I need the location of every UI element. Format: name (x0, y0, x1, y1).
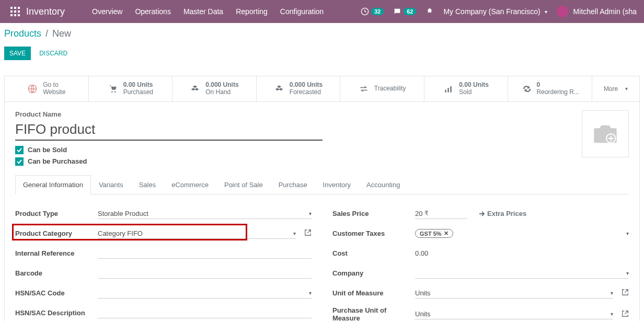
internal-reference-input[interactable] (98, 248, 312, 259)
nav-operations[interactable]: Operations (129, 0, 177, 23)
notebook-tabs: General Information Variants Sales eComm… (15, 175, 629, 194)
purchase-uom-select[interactable]: Units▾ (415, 309, 613, 319)
tab-general-information[interactable]: General Information (15, 175, 91, 194)
purchase-uom-label: Purchase Unit of Measure (332, 306, 410, 321)
svg-rect-5 (18, 10, 20, 13)
product-name-input[interactable] (15, 120, 323, 141)
boxes-icon (274, 84, 284, 94)
customer-taxes-input[interactable]: GST 5%✕ ▾ (415, 228, 629, 239)
hsn-code-input[interactable]: ▾ (98, 288, 312, 299)
stat-label: Traceability (374, 85, 406, 93)
tax-tag[interactable]: GST 5%✕ (415, 229, 453, 238)
svg-rect-0 (10, 7, 13, 9)
external-link-icon[interactable] (622, 310, 629, 319)
svg-rect-3 (10, 10, 13, 13)
tab-purchase[interactable]: Purchase (271, 175, 315, 194)
stat-label: Reordering R... (537, 89, 579, 96)
activity-indicator[interactable]: 32 (358, 0, 387, 23)
barcode-input[interactable] (98, 268, 312, 279)
stat-purchased[interactable]: 0.00 UnitsPurchased (89, 76, 173, 101)
svg-rect-2 (18, 7, 20, 9)
cost-label: Cost (332, 249, 410, 257)
sales-price-label: Sales Price (332, 210, 410, 217)
svg-point-12 (114, 91, 116, 93)
breadcrumb-separator: / (45, 28, 48, 39)
checkbox-label: Can be Sold (28, 146, 67, 154)
stat-label: Website (43, 89, 65, 96)
tab-ecommerce[interactable]: eCommerce (164, 175, 216, 194)
messaging-indicator[interactable]: 62 (390, 0, 419, 23)
hsn-description-label: HSN/SAC Description (15, 309, 93, 317)
debug-icon[interactable] (422, 0, 437, 23)
stat-sold[interactable]: 0.00 UnitsSold (424, 76, 509, 101)
sales-price-input[interactable]: 20₹ (415, 209, 467, 219)
svg-rect-13 (445, 89, 447, 92)
external-link-icon[interactable] (622, 289, 629, 297)
stat-traceability[interactable]: Traceability (340, 76, 424, 101)
svg-point-11 (111, 91, 113, 93)
breadcrumb-current: New (52, 28, 71, 39)
stat-value: 0.000 Units (205, 82, 238, 89)
avatar (557, 6, 568, 17)
save-button[interactable]: SAVE (4, 47, 31, 60)
svg-rect-6 (10, 14, 13, 16)
company-name: My Company (San Francisco) (443, 7, 540, 16)
product-name-label: Product Name (15, 110, 629, 118)
cost-value: 0.00 (415, 248, 629, 259)
can-be-sold-checkbox[interactable]: Can be Sold (15, 146, 629, 154)
can-be-purchased-checkbox[interactable]: Can be Purchased (15, 157, 629, 166)
tab-pos[interactable]: Point of Sale (216, 175, 271, 194)
stat-go-to-website[interactable]: Go toWebsite (5, 76, 89, 101)
svg-rect-1 (14, 7, 16, 9)
exchange-icon (359, 84, 369, 94)
product-category-select[interactable]: Category FIFO▾ (98, 228, 296, 239)
uom-select[interactable]: Units▾ (415, 288, 613, 299)
stat-value: 0 (537, 82, 579, 89)
globe-icon (27, 84, 38, 94)
nav-master-data[interactable]: Master Data (177, 0, 229, 23)
product-type-select[interactable]: Storable Product▾ (98, 209, 312, 219)
discard-button[interactable]: DISCARD (39, 50, 67, 57)
app-title: Inventory (26, 6, 65, 17)
company-select[interactable]: ▾ (415, 268, 629, 279)
checkbox-checked-icon (15, 157, 24, 166)
stat-forecasted[interactable]: 0.000 UnitsForecasted (257, 76, 341, 101)
external-link-icon[interactable] (304, 229, 312, 238)
stat-label: Forecasted (290, 89, 323, 96)
user-menu[interactable]: Mitchell Admin (sha (554, 0, 640, 23)
activity-badge: 32 (371, 8, 384, 15)
nav-reporting[interactable]: Reporting (229, 0, 274, 23)
breadcrumb: Products / New (4, 28, 640, 39)
tab-sales[interactable]: Sales (131, 175, 164, 194)
nav-links: Overview Operations Master Data Reportin… (86, 0, 330, 23)
breadcrumb-products[interactable]: Products (4, 28, 41, 39)
stat-label: Go to (43, 82, 65, 89)
currency-symbol: ₹ (424, 210, 429, 217)
tab-inventory[interactable]: Inventory (315, 175, 359, 194)
user-name: Mitchell Admin (sha (573, 7, 637, 16)
messaging-badge: 62 (404, 8, 416, 15)
stat-reordering[interactable]: 0Reordering R... (508, 76, 592, 101)
stat-on-hand[interactable]: 0.000 UnitsOn Hand (172, 76, 257, 101)
tab-variants[interactable]: Variants (91, 175, 131, 194)
nav-configuration[interactable]: Configuration (274, 0, 330, 23)
apps-icon[interactable] (10, 7, 20, 16)
extra-prices-link[interactable]: Extra Prices (479, 210, 526, 217)
company-label: Company (332, 269, 410, 277)
svg-rect-14 (448, 88, 450, 92)
bar-chart-icon (443, 84, 454, 94)
tag-remove-icon[interactable]: ✕ (444, 230, 448, 237)
nav-overview[interactable]: Overview (86, 0, 129, 23)
tab-accounting[interactable]: Accounting (359, 175, 408, 194)
hsn-description-input[interactable] (98, 308, 312, 318)
company-switcher[interactable]: My Company (San Francisco)▾ (440, 0, 550, 23)
stat-more[interactable]: More▾ (592, 76, 639, 101)
svg-rect-4 (14, 10, 16, 13)
stat-label: Sold (459, 89, 489, 96)
checkbox-checked-icon (15, 146, 24, 154)
barcode-label: Barcode (15, 269, 93, 277)
svg-rect-15 (451, 86, 452, 93)
stat-value: 0.00 Units (123, 82, 153, 89)
refresh-icon (521, 84, 532, 94)
product-image-placeholder[interactable] (582, 110, 629, 157)
